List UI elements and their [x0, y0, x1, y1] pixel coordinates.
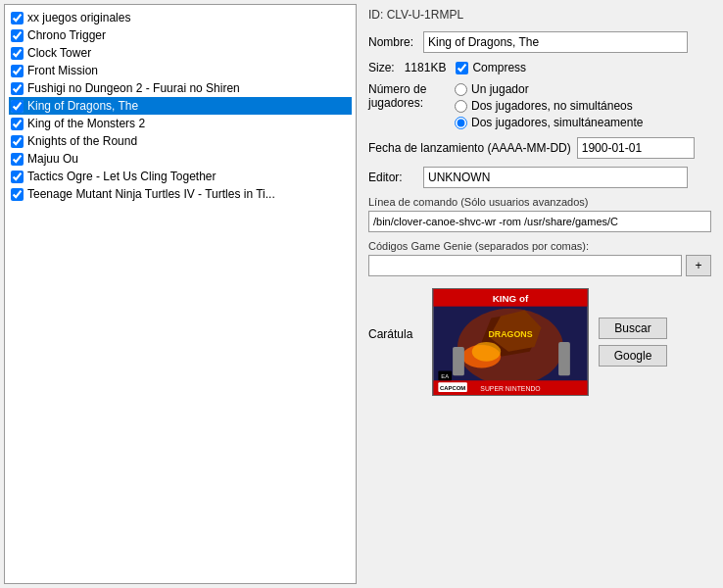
- size-label: Size:: [368, 61, 395, 74]
- caratula-section: Carátula KING of: [368, 288, 711, 396]
- player-option-2: Dos jugadores, no simultáneos: [455, 99, 643, 113]
- player-label-3: Dos jugadores, simultáneamente: [471, 116, 643, 129]
- fecha-row: Fecha de lanzamiento (AAAA-MM-DD): [368, 137, 711, 159]
- game-checkbox-10[interactable]: [11, 188, 24, 201]
- main-container: xx juegos originalesChrono TriggerClock …: [0, 0, 723, 588]
- cmd-label: Línea de comando (Sólo usuarios avanzado…: [368, 196, 711, 208]
- game-list-item[interactable]: King of Dragons, The: [9, 97, 352, 115]
- player-radio-3[interactable]: [455, 117, 467, 129]
- size-value: 1181KB: [405, 61, 447, 74]
- player-radio-2[interactable]: [455, 100, 467, 113]
- compress-label: Compress: [472, 61, 526, 74]
- compress-row: Compress: [456, 61, 526, 74]
- svg-text:EA: EA: [441, 373, 449, 379]
- fecha-input[interactable]: [577, 137, 695, 159]
- editor-label: Editor:: [368, 171, 417, 184]
- cmd-section: Línea de comando (Sólo usuarios avanzado…: [368, 196, 711, 232]
- game-list-item[interactable]: Teenage Mutant Ninja Turtles IV - Turtle…: [9, 185, 352, 203]
- nombre-input[interactable]: [423, 31, 688, 53]
- svg-rect-8: [453, 347, 464, 375]
- player-option-1: Un jugador: [455, 82, 643, 96]
- genie-input[interactable]: [368, 255, 682, 276]
- caratula-svg: KING of SUPER NINTENDO: [433, 289, 588, 395]
- game-label-4: Fushigi no Dungeon 2 - Fuurai no Shiren: [27, 81, 240, 95]
- svg-text:DRAGONS: DRAGONS: [488, 329, 532, 339]
- game-label-7: Knights of the Round: [27, 134, 137, 148]
- genie-label: Códigos Game Genie (separados por comas)…: [368, 240, 711, 252]
- game-checkbox-1[interactable]: [11, 29, 24, 42]
- genie-row: +: [368, 255, 711, 276]
- game-label-2: Clock Tower: [27, 46, 91, 60]
- game-label-1: Chrono Trigger: [27, 28, 106, 42]
- game-checkbox-0[interactable]: [11, 12, 24, 24]
- svg-text:KING of: KING of: [493, 293, 529, 304]
- fecha-label: Fecha de lanzamiento (AAAA-MM-DD): [368, 141, 571, 155]
- game-list-item[interactable]: Clock Tower: [9, 44, 352, 62]
- game-list-item[interactable]: Front Mission: [9, 62, 352, 79]
- compress-checkbox[interactable]: [456, 62, 468, 74]
- game-label-0: xx juegos originales: [27, 11, 130, 24]
- game-list-item[interactable]: Tactics Ogre - Let Us Cling Together: [9, 168, 352, 185]
- player-label-2: Dos jugadores, no simultáneos: [471, 99, 633, 113]
- game-checkbox-4[interactable]: [11, 82, 24, 95]
- genie-add-button[interactable]: +: [686, 255, 711, 276]
- game-checkbox-2[interactable]: [11, 47, 24, 60]
- caratula-label: Carátula: [368, 288, 422, 341]
- player-option-3: Dos jugadores, simultáneamente: [455, 116, 643, 129]
- size-row: Size: 1181KB Compress: [368, 61, 711, 74]
- game-list-item[interactable]: Chrono Trigger: [9, 26, 352, 44]
- game-label-3: Front Mission: [27, 64, 98, 77]
- svg-text:SUPER NINTENDO: SUPER NINTENDO: [480, 385, 540, 392]
- game-label-8: Majuu Ou: [27, 152, 78, 166]
- editor-input[interactable]: [423, 167, 688, 188]
- players-label: Número dejugadores:: [368, 82, 447, 129]
- svg-rect-9: [558, 342, 570, 375]
- game-checkbox-8[interactable]: [11, 153, 24, 166]
- google-button[interactable]: Google: [599, 345, 667, 367]
- game-label-5: King of Dragons, The: [27, 99, 138, 113]
- cmd-input[interactable]: [368, 211, 711, 232]
- game-details-panel: ID: CLV-U-1RMPL Nombre: Size: 1181KB Com…: [361, 4, 719, 584]
- buscar-button[interactable]: Buscar: [599, 318, 667, 339]
- nombre-row: Nombre:: [368, 31, 711, 53]
- nombre-label: Nombre:: [368, 35, 417, 49]
- game-list-panel: xx juegos originalesChrono TriggerClock …: [4, 4, 357, 584]
- game-list-item[interactable]: Fushigi no Dungeon 2 - Fuurai no Shiren: [9, 79, 352, 97]
- caratula-buttons: Buscar Google: [599, 288, 667, 367]
- game-label-10: Teenage Mutant Ninja Turtles IV - Turtle…: [27, 187, 275, 201]
- game-id: ID: CLV-U-1RMPL: [368, 8, 711, 22]
- player-radio-1[interactable]: [455, 83, 467, 96]
- svg-point-7: [472, 342, 501, 362]
- player-label-1: Un jugador: [471, 82, 529, 96]
- caratula-image: KING of SUPER NINTENDO: [432, 288, 589, 396]
- svg-text:CAPCOM: CAPCOM: [440, 385, 465, 391]
- game-checkbox-7[interactable]: [11, 135, 24, 148]
- game-label-9: Tactics Ogre - Let Us Cling Together: [27, 170, 217, 183]
- game-list-item[interactable]: Majuu Ou: [9, 150, 352, 168]
- game-label-6: King of the Monsters 2: [27, 117, 145, 130]
- game-checkbox-6[interactable]: [11, 118, 24, 130]
- editor-row: Editor:: [368, 167, 711, 188]
- game-checkbox-9[interactable]: [11, 171, 24, 183]
- players-section: Número dejugadores: Un jugador Dos jugad…: [368, 82, 711, 129]
- genie-section: Códigos Game Genie (separados por comas)…: [368, 240, 711, 276]
- game-checkbox-5[interactable]: [11, 100, 24, 113]
- game-list-item[interactable]: xx juegos originales: [9, 9, 352, 26]
- game-list-item[interactable]: Knights of the Round: [9, 132, 352, 150]
- game-list-item[interactable]: King of the Monsters 2: [9, 115, 352, 132]
- players-options: Un jugador Dos jugadores, no simultáneos…: [455, 82, 643, 129]
- game-checkbox-3[interactable]: [11, 65, 24, 77]
